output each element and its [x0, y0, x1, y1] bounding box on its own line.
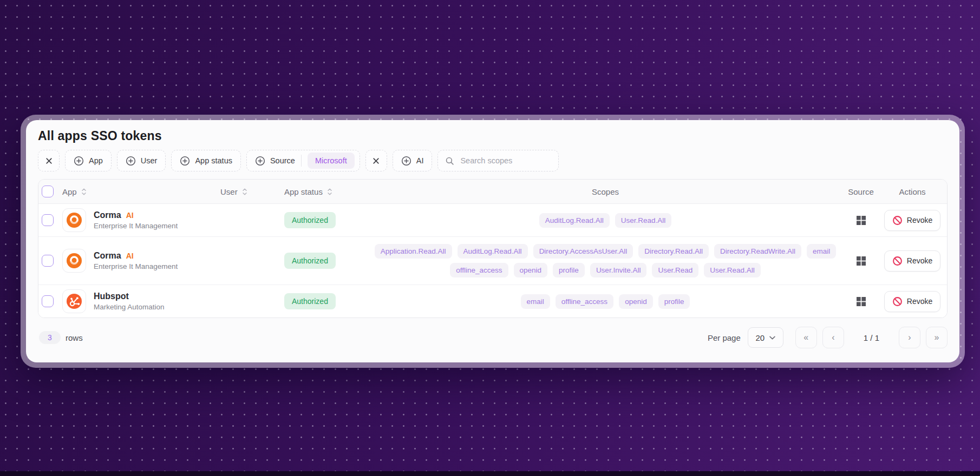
scope-tag: offline_access — [556, 294, 613, 309]
x-icon — [45, 157, 53, 165]
revoke-button[interactable]: Revoke — [884, 250, 940, 272]
divider — [301, 155, 302, 167]
per-page-select[interactable]: 20 — [748, 327, 783, 348]
scope-tag: Directory.AccessAsUser.All — [533, 244, 633, 259]
filter-label: App status — [195, 156, 232, 165]
prohibition-icon — [892, 215, 903, 226]
sort-icon — [241, 188, 248, 196]
scopes-cell: AuditLog.Read.All User.Read.All — [367, 213, 844, 228]
filter-label: AI — [416, 156, 424, 165]
column-header-source: Source — [848, 187, 874, 196]
table-row: Corma AI Enterprise It Management Author… — [38, 204, 947, 237]
select-all-checkbox[interactable] — [42, 186, 54, 197]
row-checkbox[interactable] — [42, 255, 54, 267]
revoke-button[interactable]: Revoke — [884, 291, 940, 312]
column-header-scopes: Scopes — [592, 187, 619, 196]
app-category: Enterprise It Management — [94, 222, 178, 230]
first-page-button[interactable]: « — [795, 327, 817, 348]
column-header-actions: Actions — [899, 187, 925, 196]
status-badge: Authorized — [284, 212, 336, 228]
microsoft-source-icon — [857, 256, 866, 266]
filter-label: User — [141, 156, 158, 165]
scopes-search-box — [437, 150, 559, 171]
scope-tag: Directory.Read.All — [638, 244, 709, 259]
prohibition-icon — [892, 256, 903, 266]
clear-filters-button[interactable] — [38, 150, 60, 171]
plus-circle-icon — [126, 156, 136, 166]
sso-tokens-card: All apps SSO tokens App User App status … — [26, 120, 959, 362]
app-name: Corma — [94, 210, 121, 220]
add-filter-user-button[interactable]: User — [117, 150, 166, 171]
next-page-button[interactable]: › — [899, 327, 920, 348]
plus-circle-icon — [255, 156, 265, 166]
app-name: Hubspot — [94, 292, 129, 301]
scope-tag: offline_access — [450, 263, 508, 277]
prohibition-icon — [892, 296, 903, 307]
filter-label: Source — [270, 156, 295, 165]
table-footer: 3 rows Per page 20 « ‹ 1 / 1 › » — [38, 327, 948, 348]
app-category: Marketing Automation — [94, 303, 165, 311]
app-category: Enterprise It Management — [94, 262, 178, 270]
status-badge: Authorized — [284, 253, 336, 269]
pagination: « ‹ 1 / 1 › » — [795, 327, 948, 348]
scope-tag: openid — [619, 294, 653, 309]
row-checkbox[interactable] — [42, 295, 54, 307]
scope-tag: User.Read.All — [615, 213, 672, 228]
per-page-label: Per page — [708, 333, 741, 342]
scope-tag: openid — [514, 263, 548, 277]
revoke-button[interactable]: Revoke — [884, 210, 940, 231]
hubspot-app-icon — [62, 289, 86, 313]
chevron-left-icon: ‹ — [832, 333, 834, 342]
column-header-app[interactable]: App — [62, 187, 87, 196]
microsoft-source-icon — [857, 216, 866, 225]
scope-tag: User.Read.All — [704, 263, 761, 277]
app-name: Corma — [94, 251, 121, 261]
column-header-app-status[interactable]: App status — [284, 187, 333, 196]
search-icon — [445, 156, 454, 166]
table-header-row: App User App status Scopes — [38, 180, 947, 204]
chevron-right-icon: › — [908, 333, 911, 342]
scope-tag: profile — [553, 263, 585, 277]
scope-tag: User.Invite.All — [590, 263, 647, 277]
scope-tag: Application.Read.All — [375, 244, 452, 259]
source-filter-value-chip[interactable]: Microsoft — [308, 153, 355, 169]
sso-tokens-panel: All apps SSO tokens App User App status … — [21, 115, 965, 368]
scope-tag: profile — [658, 294, 690, 309]
scope-tag: User.Read — [652, 263, 698, 277]
source-filter-group[interactable]: Source Microsoft — [246, 150, 360, 171]
add-filter-app-button[interactable]: App — [65, 150, 112, 171]
scopes-cell: Application.Read.All AuditLog.Read.All D… — [367, 244, 844, 277]
corma-app-icon — [62, 208, 86, 232]
scope-tag: Directory.ReadWrite.All — [714, 244, 801, 259]
scope-tag: email — [807, 244, 836, 259]
plus-circle-icon — [74, 156, 84, 166]
remove-source-filter-button[interactable] — [365, 150, 387, 171]
last-page-button[interactable]: » — [926, 327, 948, 348]
column-header-user[interactable]: User — [220, 187, 248, 196]
chevrons-left-icon: « — [803, 333, 808, 342]
rows-label: rows — [66, 333, 83, 342]
sso-tokens-table: App User App status Scopes — [38, 179, 948, 318]
chevrons-right-icon: » — [935, 333, 939, 342]
previous-page-button[interactable]: ‹ — [822, 327, 844, 348]
table-row: Corma AI Enterprise It Management Author… — [38, 237, 947, 285]
window-bottom-edge — [0, 471, 980, 476]
add-filter-ai-button[interactable]: AI — [393, 150, 433, 171]
chevron-down-icon — [769, 336, 775, 340]
row-checkbox[interactable] — [42, 214, 54, 226]
ai-badge: AI — [126, 252, 134, 260]
scopes-cell: email offline_access openid profile — [367, 294, 844, 309]
scope-tag: AuditLog.Read.All — [539, 213, 610, 228]
add-filter-app-status-button[interactable]: App status — [171, 150, 241, 171]
sort-icon — [81, 188, 87, 196]
scope-tag: email — [521, 294, 550, 309]
page-title: All apps SSO tokens — [38, 129, 948, 143]
row-count-badge: 3 — [39, 331, 61, 344]
search-input[interactable] — [459, 156, 548, 166]
page-indicator: 1 / 1 — [864, 333, 879, 342]
corma-app-icon — [62, 249, 86, 273]
ai-badge: AI — [126, 211, 134, 220]
table-row: Hubspot Marketing Automation Authorized … — [38, 285, 947, 318]
filter-bar: App User App status Source Microsoft — [38, 150, 948, 171]
microsoft-source-icon — [857, 297, 866, 306]
